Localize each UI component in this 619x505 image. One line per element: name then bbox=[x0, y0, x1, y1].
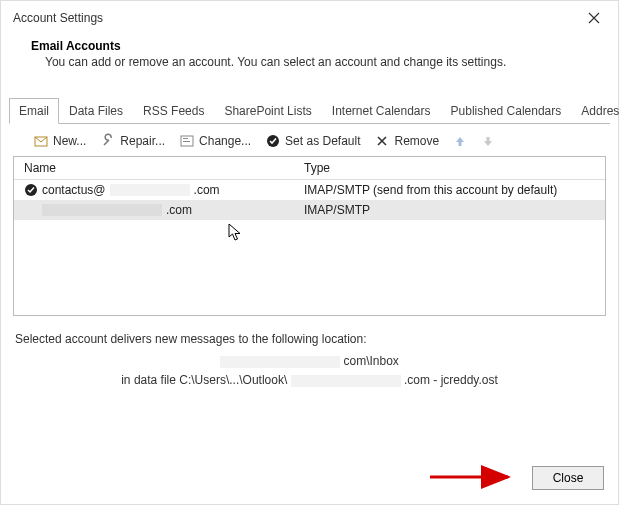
header-title: Email Accounts bbox=[31, 39, 594, 53]
new-label: New... bbox=[53, 134, 86, 148]
tab-strip: Email Data Files RSS Feeds SharePoint Li… bbox=[9, 97, 610, 124]
account-row[interactable]: contactus@ .com IMAP/SMTP (send from thi… bbox=[14, 180, 605, 200]
titlebar: Account Settings bbox=[1, 1, 618, 33]
tab-rss-feeds[interactable]: RSS Feeds bbox=[133, 98, 214, 124]
account-row[interactable]: .com IMAP/SMTP bbox=[14, 200, 605, 220]
tab-data-files[interactable]: Data Files bbox=[59, 98, 133, 124]
check-circle-icon bbox=[265, 133, 281, 149]
tab-email[interactable]: Email bbox=[9, 98, 59, 124]
detail-line2-suffix: .com - jcreddy.ost bbox=[404, 373, 498, 387]
detail-line2-prefix: in data file C:\Users\...\Outlook\ bbox=[121, 373, 287, 387]
repair-label: Repair... bbox=[120, 134, 165, 148]
toolbar: New... Repair... Change... Set as Defaul… bbox=[9, 124, 610, 156]
header-block: Email Accounts You can add or remove an … bbox=[1, 33, 618, 79]
redacted-segment bbox=[110, 184, 190, 196]
redacted-segment bbox=[220, 356, 340, 368]
close-button[interactable]: Close bbox=[532, 466, 604, 490]
svg-rect-3 bbox=[183, 141, 190, 142]
repair-icon bbox=[100, 133, 116, 149]
annotation-arrow bbox=[428, 464, 518, 490]
remove-icon bbox=[374, 133, 390, 149]
change-label: Change... bbox=[199, 134, 251, 148]
account-name-suffix: .com bbox=[194, 183, 220, 197]
footer: Close bbox=[532, 466, 604, 490]
selected-location-label: Selected account delivers new messages t… bbox=[15, 332, 606, 346]
svg-rect-2 bbox=[183, 138, 188, 139]
redacted-segment bbox=[42, 204, 162, 216]
move-down-button bbox=[475, 131, 501, 151]
remove-label: Remove bbox=[394, 134, 439, 148]
change-button[interactable]: Change... bbox=[173, 130, 257, 152]
close-icon bbox=[588, 12, 600, 24]
default-check-icon bbox=[24, 183, 38, 197]
repair-button[interactable]: Repair... bbox=[94, 130, 171, 152]
remove-button[interactable]: Remove bbox=[368, 130, 445, 152]
account-name-suffix: .com bbox=[166, 203, 192, 217]
col-type[interactable]: Type bbox=[294, 157, 605, 179]
arrow-up-icon bbox=[453, 134, 467, 148]
list-header: Name Type bbox=[14, 157, 605, 180]
account-type: IMAP/SMTP bbox=[294, 201, 605, 219]
account-name-prefix: contactus@ bbox=[42, 183, 106, 197]
accounts-list[interactable]: Name Type contactus@ .com IMAP/SMTP (sen… bbox=[13, 156, 606, 316]
account-type: IMAP/SMTP (send from this account by def… bbox=[294, 181, 605, 199]
window-title: Account Settings bbox=[13, 11, 103, 25]
window-close-button[interactable] bbox=[580, 7, 608, 29]
tab-internet-calendars[interactable]: Internet Calendars bbox=[322, 98, 441, 124]
new-icon bbox=[33, 133, 49, 149]
move-up-button bbox=[447, 131, 473, 151]
arrow-down-icon bbox=[481, 134, 495, 148]
set-default-button[interactable]: Set as Default bbox=[259, 130, 366, 152]
detail-line1-suffix: com\Inbox bbox=[343, 354, 398, 368]
tab-address-books[interactable]: Address Books bbox=[571, 98, 619, 124]
default-label: Set as Default bbox=[285, 134, 360, 148]
change-icon bbox=[179, 133, 195, 149]
tab-sharepoint-lists[interactable]: SharePoint Lists bbox=[214, 98, 321, 124]
tab-published-calendars[interactable]: Published Calendars bbox=[441, 98, 572, 124]
new-button[interactable]: New... bbox=[27, 130, 92, 152]
account-settings-window: Account Settings Email Accounts You can … bbox=[0, 0, 619, 505]
redacted-segment bbox=[291, 375, 401, 387]
header-description: You can add or remove an account. You ca… bbox=[31, 55, 594, 69]
delivery-detail: com\Inbox in data file C:\Users\...\Outl… bbox=[13, 352, 606, 390]
col-name[interactable]: Name bbox=[14, 157, 294, 179]
